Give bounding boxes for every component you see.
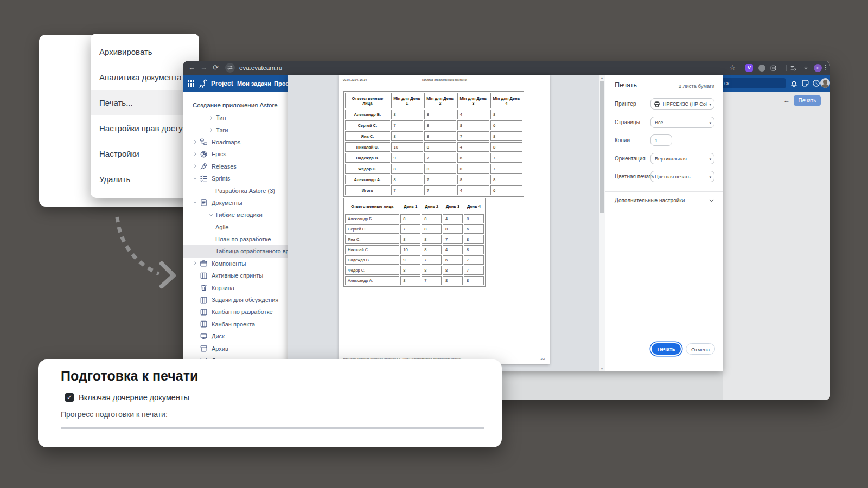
принтер-select[interactable]: HPFCE43C (HP Color La▾ [650, 98, 714, 110]
sidebar-item[interactable]: Задачи для обсуждения [183, 294, 288, 306]
value-cell: 8 [443, 224, 463, 234]
sidebar-item[interactable]: Releases [183, 160, 288, 172]
preview-sheet: 09.07.2024, 16:34 Таблица отработанного … [339, 75, 550, 364]
value-cell: 8 [400, 276, 420, 285]
page-back-icon[interactable]: ← [783, 97, 790, 104]
evateam-logo [198, 78, 209, 89]
apps-grid-icon[interactable] [188, 80, 194, 87]
sidebar-item[interactable]: Roadmaps [183, 136, 288, 148]
board-icon [200, 308, 208, 316]
scroll-down-icon[interactable]: ▼ [599, 367, 605, 370]
browser-menu-icon[interactable]: ⋮ [822, 61, 829, 75]
ориентация-select[interactable]: Вертикальная▾ [650, 153, 714, 164]
value-cell: 4 [443, 245, 463, 254]
value-cell: 8 [464, 276, 484, 285]
цветная печать-select[interactable]: Цветная печать▾ [650, 171, 714, 182]
sidebar-item[interactable]: Agile [183, 221, 288, 233]
site-settings-icon[interactable] [225, 63, 235, 73]
scroll-up-icon[interactable]: ▲ [599, 76, 605, 79]
table-header-cell: Min для День 2 [424, 93, 456, 108]
setting-value: Все [655, 117, 707, 128]
print-setting-row: ПринтерHPFCE43C (HP Color La▾ [605, 98, 723, 117]
history-icon[interactable] [812, 79, 821, 88]
url-field[interactable]: eva.evateam.ru [239, 61, 282, 75]
value-cell: 8 [464, 214, 484, 223]
value-cell: 8 [391, 110, 423, 119]
release-icon [200, 162, 208, 170]
search-input[interactable]: ск [722, 78, 786, 88]
copies-input[interactable]: 1 [650, 134, 672, 146]
more-settings-label[interactable]: Дополнительные настройки [615, 197, 685, 203]
download-icon[interactable] [802, 65, 809, 72]
sidebar-item-label: Roadmaps [212, 139, 240, 145]
sidebar-item-label: Тэги [216, 127, 228, 133]
person-cell: Николай С. [345, 245, 399, 254]
setting-value: 1 [655, 135, 665, 146]
value-cell: 8 [422, 266, 442, 275]
include-children-checkbox[interactable]: ✓ [65, 393, 74, 402]
value-cell: 4 [457, 142, 489, 152]
sidebar-item[interactable]: Активные спринты [183, 269, 288, 281]
person-cell: Сергей С. [345, 120, 390, 130]
extension-v-icon[interactable]: V [745, 64, 753, 72]
sidebar-item[interactable]: Тип [183, 112, 288, 124]
context-menu-item[interactable]: Архивировать [91, 39, 199, 65]
scrollbar-thumb[interactable] [600, 81, 604, 213]
profile-avatar[interactable]: c [814, 64, 822, 72]
sidebar-item[interactable]: Компоненты [183, 258, 288, 269]
value-cell: 8 [391, 164, 423, 174]
sidebar-item[interactable]: Документы [183, 197, 288, 209]
bell-icon[interactable] [789, 79, 799, 88]
sidebar-item[interactable]: Диск [183, 330, 288, 342]
sidebar-item-label: Корзина [212, 285, 234, 291]
sidebar-item[interactable]: Канбан проекта [183, 318, 288, 330]
print-cancel-button[interactable]: Отмена [686, 343, 715, 355]
value-cell: 6 [464, 224, 484, 234]
sheets-count: 2 листа бумаги [679, 83, 714, 89]
browser-back-icon[interactable]: ← [188, 61, 195, 75]
setting-value: Вертикальная [655, 153, 707, 164]
user-avatar[interactable] [820, 78, 830, 88]
extension-dot-icon[interactable] [758, 65, 765, 72]
print-preview-pane: 09.07.2024, 16:34 Таблица отработанного … [288, 75, 599, 371]
sidebar-item[interactable]: Разработка Astore (3) [183, 184, 288, 196]
annotation-arrow [98, 206, 190, 298]
страницы-select[interactable]: Все▾ [650, 117, 714, 128]
sidebar-item[interactable]: Тэги [183, 124, 288, 136]
page-print-button[interactable]: Печать [794, 95, 821, 106]
notes-icon[interactable] [801, 79, 810, 88]
bookmark-star-icon[interactable]: ☆ [729, 61, 736, 75]
value-cell: 4 [457, 185, 489, 195]
preview-scrollbar[interactable]: ▲ ▼ [599, 75, 605, 371]
sidebar-item[interactable]: План по разработке [183, 233, 288, 245]
doc-icon [200, 198, 208, 207]
value-cell: 6 [490, 185, 522, 195]
toolbar-divider [786, 65, 787, 71]
sidebar-item[interactable]: Epics [183, 148, 288, 160]
person-cell: Яна С. [345, 235, 399, 244]
setting-label: Ориентация [615, 153, 646, 165]
print-confirm-button[interactable]: Печать [652, 343, 681, 355]
chevron-down-icon[interactable] [709, 197, 714, 203]
project-title[interactable]: Создание приложения Astore [183, 99, 288, 112]
sidebar-item-label: Таблица отработанного времен [215, 248, 288, 254]
labs-icon[interactable] [770, 65, 777, 72]
sidebar-item-label: Epics [212, 151, 226, 157]
sidebar-item-label: План по разработке [215, 236, 271, 242]
sidebar-item[interactable]: Канбан по разработке [183, 306, 288, 318]
value-cell: 7 [422, 255, 442, 265]
organize-tabs-icon[interactable] [790, 65, 797, 72]
sidebar-item[interactable]: Гибкие методики [183, 209, 288, 221]
sidebar-item[interactable]: Sprints [183, 172, 288, 184]
value-cell: 8 [443, 266, 463, 275]
browser-forward-icon[interactable]: → [200, 61, 207, 75]
value-cell: 4 [443, 214, 463, 223]
sidebar-item[interactable]: Корзина [183, 281, 288, 293]
browser-reload-icon[interactable]: ⟳ [213, 61, 219, 75]
table-header-cell: День 3 [443, 200, 463, 213]
product-name[interactable]: Project [211, 75, 233, 92]
setting-label: Копии [615, 134, 630, 146]
sidebar-item[interactable]: Архив [183, 342, 288, 354]
sidebar-item[interactable]: Таблица отработанного времен [183, 245, 288, 257]
nav-my-tasks[interactable]: Мои задачи [237, 75, 271, 92]
